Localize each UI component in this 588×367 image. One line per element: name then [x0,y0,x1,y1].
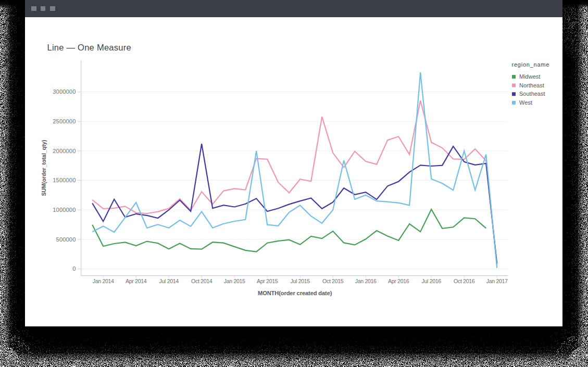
svg-text:Northeast: Northeast [519,82,544,88]
svg-text:500000: 500000 [56,236,76,243]
svg-text:Jul 2015: Jul 2015 [291,278,310,284]
svg-text:Jan 2015: Jan 2015 [224,278,245,284]
svg-text:1000000: 1000000 [53,207,76,213]
svg-text:Jul 2016: Jul 2016 [422,278,442,284]
svg-text:Jan 2014: Jan 2014 [93,278,114,284]
svg-text:2000000: 2000000 [53,148,76,154]
svg-text:MONTH(order created date): MONTH(order created date) [258,290,332,296]
svg-text:0: 0 [72,265,76,272]
svg-text:Oct 2016: Oct 2016 [454,278,475,284]
svg-text:2500000: 2500000 [53,118,76,124]
svg-text:West: West [519,99,532,106]
svg-text:Apr 2014: Apr 2014 [126,278,147,284]
svg-text:Jan 2017: Jan 2017 [486,278,508,284]
svg-text:Apr 2016: Apr 2016 [388,278,409,284]
svg-text:Line — One Measure: Line — One Measure [47,43,131,52]
svg-text:SUM(order_total_qty): SUM(order_total_qty) [41,140,47,196]
svg-text:Jul 2014: Jul 2014 [159,278,179,284]
svg-text:Jan 2016: Jan 2016 [355,278,377,284]
svg-text:1500000: 1500000 [53,177,76,183]
svg-text:Apr 2015: Apr 2015 [257,278,278,284]
svg-text:region_name: region_name [512,61,549,68]
svg-text:Oct 2014: Oct 2014 [191,278,212,284]
svg-text:Southeast: Southeast [519,91,545,97]
svg-text:Oct 2015: Oct 2015 [322,278,344,284]
svg-text:Midwest: Midwest [519,73,540,80]
svg-text:3000000: 3000000 [53,88,76,95]
